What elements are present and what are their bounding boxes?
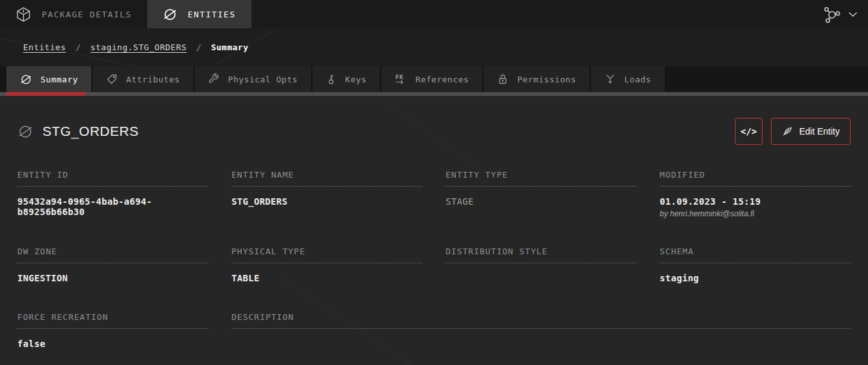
code-icon: </> — [741, 126, 757, 136]
entity-tab-bar: Summary Attributes Physical Opts Keys FK… — [0, 66, 868, 92]
field-label: FORCE RECREATION — [17, 312, 208, 329]
entity-fields: ENTITY ID 95432a94-0965-4bab-a694-b89256… — [17, 170, 851, 350]
nav-entities-label: ENTITIES — [188, 10, 236, 19]
field-value: 01.09.2023 - 15:19 — [660, 196, 851, 207]
entity-icon — [17, 124, 33, 140]
field-label: PHYSICAL TYPE — [231, 247, 422, 263]
view-code-button[interactable]: </> — [735, 118, 763, 145]
quill-edit-icon — [782, 126, 793, 137]
field-value: staging — [660, 273, 851, 284]
field-label: SCHEMA — [660, 247, 851, 263]
svg-text:FK: FK — [395, 73, 403, 80]
field-label: ENTITY ID — [17, 170, 208, 187]
tab-permissions-label: Permissions — [517, 75, 576, 84]
field-value: STG_ORDERS — [231, 196, 422, 207]
field-label: MODIFIED — [660, 170, 851, 187]
tab-loads-label: Loads — [624, 75, 651, 84]
tab-physical-opts[interactable]: Physical Opts — [195, 66, 312, 92]
field-value — [231, 339, 851, 350]
package-cube-icon — [15, 6, 32, 23]
wrench-icon — [208, 73, 220, 85]
field-physical-type: PHYSICAL TYPE TABLE — [231, 247, 422, 284]
network-graph-icon[interactable] — [823, 6, 840, 23]
field-force-recreation: FORCE RECREATION false — [17, 312, 208, 350]
tab-summary-label: Summary — [41, 75, 78, 84]
edit-entity-label: Edit Entity — [799, 126, 840, 136]
nav-entities[interactable]: ENTITIES — [147, 0, 251, 28]
field-label: DW ZONE — [17, 247, 208, 263]
tag-icon — [106, 73, 118, 85]
field-value: 95432a94-0965-4bab-a694-b89256b66b30 — [17, 196, 208, 217]
field-description: DESCRIPTION — [231, 312, 851, 350]
field-entity-name: ENTITY NAME STG_ORDERS — [231, 170, 422, 218]
field-distribution-style: DISTRIBUTION STYLE — [446, 247, 637, 284]
key-icon — [326, 73, 337, 85]
breadcrumb: Entities / staging.STG_ORDERS / Summary — [0, 28, 868, 66]
tab-loads[interactable]: Loads — [591, 66, 666, 92]
field-schema: SCHEMA staging — [660, 247, 851, 284]
tab-references[interactable]: FK References — [381, 66, 484, 92]
field-entity-id: ENTITY ID 95432a94-0965-4bab-a694-b89256… — [17, 170, 208, 218]
merge-arrows-icon — [604, 73, 616, 85]
entity-icon — [163, 7, 177, 22]
tab-keys[interactable]: Keys — [312, 66, 381, 92]
breadcrumb-current-page: Summary — [211, 42, 248, 52]
tab-physical-opts-label: Physical Opts — [228, 75, 298, 84]
foreign-key-icon: FK — [395, 73, 407, 85]
edit-entity-button[interactable]: Edit Entity — [771, 118, 851, 145]
page-title: STG_ORDERS — [42, 124, 139, 139]
breadcrumb-entities-link[interactable]: Entities — [23, 42, 66, 52]
field-entity-type: ENTITY TYPE STAGE — [446, 170, 637, 218]
tab-references-label: References — [415, 75, 469, 84]
nav-package-details[interactable]: PACKAGE DETAILS — [0, 0, 147, 28]
tab-attributes[interactable]: Attributes — [93, 66, 194, 92]
lock-icon — [497, 73, 509, 85]
field-label: ENTITY NAME — [231, 170, 422, 187]
tab-summary[interactable]: Summary — [6, 66, 93, 92]
tab-scroll-track[interactable] — [0, 92, 868, 96]
tab-attributes-label: Attributes — [126, 75, 179, 84]
field-dw-zone: DW ZONE INGESTION — [17, 247, 208, 284]
tab-keys-label: Keys — [345, 75, 366, 84]
active-tab-indicator — [6, 92, 86, 96]
entity-icon — [20, 73, 32, 86]
field-modified: MODIFIED 01.09.2023 - 15:19 by henri.hem… — [660, 170, 851, 218]
field-label: ENTITY TYPE — [446, 170, 637, 187]
field-value: false — [17, 339, 208, 350]
top-bar: PACKAGE DETAILS ENTITIES — [0, 0, 868, 28]
chevron-down-icon[interactable] — [848, 12, 858, 17]
breadcrumb-separator: / — [76, 42, 81, 52]
top-bar-right — [823, 0, 868, 28]
breadcrumb-separator: / — [196, 42, 201, 52]
field-value: INGESTION — [17, 273, 208, 284]
summary-panel: STG_ORDERS </> Edit Entity ENTITY ID 954… — [0, 118, 868, 350]
field-value: TABLE — [231, 273, 422, 284]
tab-permissions[interactable]: Permissions — [484, 66, 591, 92]
field-label: DESCRIPTION — [231, 312, 851, 329]
field-label: DISTRIBUTION STYLE — [446, 247, 637, 263]
nav-package-details-label: PACKAGE DETAILS — [42, 10, 132, 19]
field-value — [446, 273, 637, 284]
modified-by: by henri.hemminki@solita.fi — [660, 209, 851, 218]
breadcrumb-entity-link[interactable]: staging.STG_ORDERS — [90, 42, 186, 52]
field-value: STAGE — [446, 196, 637, 207]
